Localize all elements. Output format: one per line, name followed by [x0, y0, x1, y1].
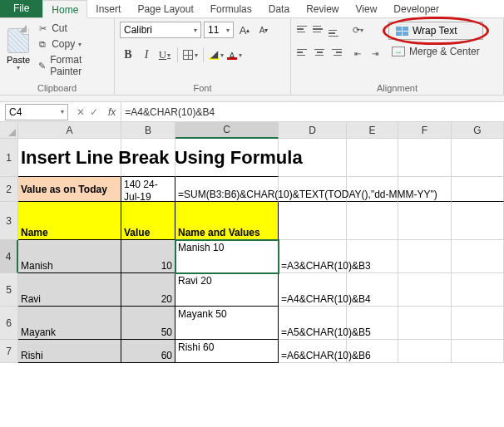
cell-c5[interactable]: Ravi 20 [175, 273, 279, 307]
copy-button[interactable]: ⧉Copy ▾ [35, 37, 109, 51]
cell-f3[interactable] [398, 202, 452, 240]
cell-a2[interactable]: Value as on Today [18, 177, 121, 202]
format-painter-button[interactable]: ✎Format Painter [35, 53, 109, 78]
col-header-f[interactable]: F [398, 122, 452, 139]
row-header-2[interactable]: 2 [0, 177, 18, 202]
formula-input[interactable]: =A4&CHAR(10)&B4 [121, 102, 504, 121]
col-header-d[interactable]: D [279, 122, 347, 139]
cell-a1[interactable]: Insert Line Break Using Formula [18, 139, 121, 177]
cell-d3[interactable] [279, 202, 347, 240]
cell-c7[interactable]: Rishi 60 [175, 340, 279, 363]
align-bottom-button[interactable] [328, 22, 343, 37]
tab-view[interactable]: View [348, 0, 386, 17]
font-color-button[interactable]: A▾ [226, 47, 243, 63]
increase-font-icon: A [240, 24, 247, 37]
cell-b2[interactable]: 140 24-Jul-19 [121, 177, 175, 202]
row-header-6[interactable]: 6 [0, 307, 18, 340]
row-header-4[interactable]: 4 [0, 240, 18, 273]
cell-c6[interactable]: Mayank 50 [175, 307, 279, 340]
align-left-button[interactable] [296, 45, 311, 60]
tab-file[interactable]: File [0, 0, 42, 17]
col-header-e[interactable]: E [347, 122, 398, 139]
cell-a7[interactable]: Rishi [18, 340, 121, 363]
tab-page-layout[interactable]: Page Layout [129, 0, 201, 17]
row-header-3[interactable]: 3 [0, 202, 18, 240]
cell-g2[interactable] [452, 177, 504, 202]
tab-developer[interactable]: Developer [385, 0, 447, 17]
paste-dropdown-icon[interactable]: ▾ [17, 64, 20, 71]
bold-button[interactable]: B [120, 47, 136, 63]
align-middle-button[interactable] [312, 22, 327, 37]
enter-formula-button[interactable]: ✓ [90, 106, 98, 118]
tab-data[interactable]: Data [260, 0, 298, 17]
fill-color-button[interactable]: ◢▾ [208, 47, 225, 63]
cell-g3[interactable] [452, 202, 504, 240]
cancel-formula-button[interactable]: ✕ [77, 106, 85, 118]
tab-formulas[interactable]: Formulas [202, 0, 260, 17]
orientation-button[interactable]: ⟳▾ [349, 22, 366, 38]
cell-d4[interactable]: =A3&CHAR(10)&B3 [279, 240, 347, 273]
merge-center-button[interactable]: ↔ Merge & Center [388, 43, 483, 60]
underline-button[interactable]: U▾ [156, 47, 173, 63]
increase-font-button[interactable]: A▴ [236, 22, 253, 38]
align-center-button[interactable] [312, 45, 327, 60]
name-box[interactable]: C4▾ [5, 104, 68, 120]
cell-b6[interactable]: 50 [121, 307, 175, 340]
cell-b7[interactable]: 60 [121, 340, 175, 363]
cell-b3[interactable]: Value [121, 202, 175, 240]
align-top-button[interactable] [296, 22, 311, 37]
cut-button[interactable]: ✂Cut [35, 22, 109, 35]
cell-e1[interactable] [347, 139, 398, 177]
cell-c4[interactable]: Manish 10 [175, 240, 279, 273]
cell-a4[interactable]: Manish [18, 240, 121, 273]
row-header-1[interactable]: 1 [0, 139, 18, 177]
cell-g4[interactable] [452, 240, 504, 273]
select-all-corner[interactable] [0, 122, 18, 139]
font-name-select[interactable]: Calibri▾ [120, 22, 201, 38]
alignment-group-label: Alignment [296, 83, 498, 93]
cell-f6[interactable] [398, 307, 452, 340]
tab-insert[interactable]: Insert [87, 0, 129, 17]
borders-button[interactable]: ▾ [182, 47, 199, 63]
italic-button[interactable]: I [138, 47, 155, 63]
cell-b5[interactable]: 20 [121, 273, 175, 307]
worksheet-grid[interactable]: A B C D E F G 1 Insert Line Break Using … [0, 122, 504, 363]
cell-a6[interactable]: Mayank [18, 307, 121, 340]
cell-g5[interactable] [452, 273, 504, 307]
wrap-text-button[interactable]: Wrap Text [388, 22, 483, 40]
paste-button[interactable]: Paste ▾ [5, 22, 32, 78]
cell-a5[interactable]: Ravi [18, 273, 121, 307]
col-header-a[interactable]: A [18, 122, 121, 139]
tab-review[interactable]: Review [298, 0, 347, 17]
align-right-button[interactable] [328, 45, 343, 60]
cell-f7[interactable] [398, 340, 452, 363]
cell-g6[interactable] [452, 307, 504, 340]
font-size-select[interactable]: 11▾ [204, 22, 234, 38]
copy-dropdown-icon[interactable]: ▾ [78, 41, 82, 48]
cell-c2[interactable]: =SUM(B3:B6)&CHAR(10)&TEXT(TODAY(),"dd-MM… [175, 177, 279, 202]
row-header-7[interactable]: 7 [0, 340, 18, 363]
cell-b4[interactable]: 10 [121, 240, 175, 273]
orientation-icon: ⟳ [353, 25, 360, 36]
cell-d7[interactable]: =A6&CHAR(10)&B6 [279, 340, 347, 363]
cell-f4[interactable] [398, 240, 452, 273]
row-header-5[interactable]: 5 [0, 273, 18, 307]
decrease-font-button[interactable]: A▾ [255, 22, 272, 38]
col-header-c[interactable]: C [175, 122, 279, 139]
tab-home[interactable]: Home [42, 0, 87, 18]
cell-e3[interactable] [347, 202, 398, 240]
cell-c3[interactable]: Name and Values [175, 202, 279, 240]
formula-bar: C4▾ ✕ ✓ fx =A4&CHAR(10)&B4 [0, 102, 504, 122]
cell-d5[interactable]: =A4&CHAR(10)&B4 [279, 273, 347, 307]
col-header-g[interactable]: G [452, 122, 504, 139]
col-header-b[interactable]: B [121, 122, 175, 139]
cell-d6[interactable]: =A5&CHAR(10)&B5 [279, 307, 347, 340]
cell-f1[interactable] [398, 139, 452, 177]
cell-g1[interactable] [452, 139, 504, 177]
cell-a3[interactable]: Name [18, 202, 121, 240]
increase-indent-button[interactable]: ⇥ [367, 45, 383, 61]
cell-f5[interactable] [398, 273, 452, 307]
decrease-indent-button[interactable]: ⇤ [349, 45, 366, 61]
fx-icon[interactable]: fx [103, 106, 121, 118]
cell-g7[interactable] [452, 340, 504, 363]
